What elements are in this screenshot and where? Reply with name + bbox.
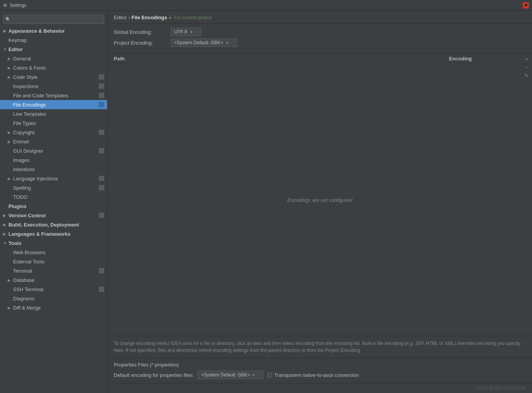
sidebar-item-langinjections[interactable]: ▶ Language Injections (0, 174, 107, 183)
title-controls[interactable]: ✕ (523, 2, 529, 8)
sidebar-item-guidesigner[interactable]: GUI Designer (0, 146, 107, 155)
collapse-arrow-colors: ▶ (8, 66, 13, 70)
collapse-arrow-languages: ▶ (3, 232, 8, 236)
breadcrumb-separator: › (128, 15, 130, 20)
sidebar-item-externaltools[interactable]: External Tools (0, 257, 107, 266)
encodings-table: Path Encoding + − ✎ Encodings are not co… (108, 53, 532, 336)
empty-message: Encodings are not configured (287, 197, 352, 203)
sidebar-label-todo: TODO (13, 194, 104, 200)
sidebar-item-intentions[interactable]: Intentions (0, 165, 107, 174)
sidebar-item-spelling[interactable]: Spelling (0, 183, 107, 192)
default-encoding-value: <System Default: GBK> (201, 372, 250, 378)
sidebar-label-versioncontrol: Version Control (8, 213, 99, 218)
add-encoding-button[interactable]: + (523, 55, 530, 63)
sidebar-item-webbrowsers[interactable]: Web Browsers (0, 248, 107, 257)
properties-section: Properties Files (*.properties) Default … (108, 358, 532, 383)
note-icon: ● (169, 15, 172, 20)
collapse-arrow-emmet: ▶ (8, 140, 13, 144)
sidebar-item-sshterminal[interactable]: SSH Terminal (0, 285, 107, 294)
sidebar-item-plugins[interactable]: Plugins (0, 201, 107, 211)
sidebar-item-versioncontrol[interactable]: ▶ Version Control (0, 211, 107, 220)
badge-codestyle (99, 74, 104, 80)
breadcrumb-current: File Encodings (131, 15, 167, 20)
sidebar-item-keymap[interactable]: Keymap (0, 35, 107, 45)
sidebar-item-editor[interactable]: ▼ Editor (0, 45, 107, 54)
sidebar-label-images: Images (13, 157, 104, 163)
sidebar-label-livetemplates: Live Templates (13, 111, 104, 117)
global-encoding-dropdown[interactable]: UTF-8 ▼ (171, 28, 201, 36)
sidebar-label-webbrowsers: Web Browsers (13, 250, 104, 255)
project-encoding-label: Project Encoding: (114, 40, 168, 46)
search-box[interactable]: 🔍 (3, 15, 104, 24)
sidebar-item-fileencodings[interactable]: File Encodings (0, 100, 107, 109)
properties-row: Default encoding for properties files: <… (114, 371, 526, 379)
sidebar-label-build: Build, Execution, Deployment (8, 222, 104, 228)
title-text: Settings (10, 3, 26, 8)
project-encoding-arrow: ▼ (225, 41, 229, 45)
main-layout: 🔍 ▶ Appearance & Behavior Keymap ▼ Edito… (0, 11, 532, 393)
right-panel: Editor › File Encodings ● For current pr… (108, 11, 532, 393)
sidebar-item-diffmerge[interactable]: ▶ Diff & Merge (0, 303, 107, 312)
sidebar-label-emmet: Emmet (13, 139, 104, 145)
sidebar-label-languages: Languages & Frameworks (8, 231, 104, 237)
sidebar-label-appearance: Appearance & Behavior (8, 28, 104, 34)
properties-title: Properties Files (*.properties) (114, 362, 526, 368)
sidebar-label-spelling: Spelling (13, 185, 99, 191)
close-button[interactable]: ✕ (523, 2, 529, 8)
collapse-arrow-versioncontrol: ▶ (3, 213, 8, 218)
sidebar-item-diagrams[interactable]: Diagrams (0, 294, 107, 303)
sidebar-item-filetemplates[interactable]: File and Code Templates (0, 91, 107, 100)
nav-section: ▶ Appearance & Behavior Keymap ▼ Editor … (0, 26, 107, 312)
sidebar-item-livetemplates[interactable]: Live Templates (0, 109, 107, 118)
sidebar-label-externaltools: External Tools (13, 259, 104, 265)
watermark-text: CSDN @项目花园范德彪 (474, 385, 526, 391)
badge-fileencodings (99, 102, 104, 107)
breadcrumb-note: For current project (174, 15, 212, 20)
transparent-conversion-label: Transparent native-to-ascii conversion (274, 372, 359, 378)
sidebar-item-tools[interactable]: ▼ Tools (0, 238, 107, 248)
sidebar: 🔍 ▶ Appearance & Behavior Keymap ▼ Edito… (0, 11, 108, 393)
sidebar-label-filetypes: File Types (13, 120, 104, 126)
sidebar-item-languages[interactable]: ▶ Languages & Frameworks (0, 229, 107, 238)
sidebar-item-build[interactable]: ▶ Build, Execution, Deployment (0, 220, 107, 229)
sidebar-item-appearance[interactable]: ▶ Appearance & Behavior (0, 26, 107, 35)
sidebar-item-terminal[interactable]: Terminal (0, 266, 107, 275)
default-encoding-dropdown-arrow: ▼ (252, 373, 256, 377)
collapse-arrow-tools: ▼ (3, 241, 8, 245)
transparent-conversion-checkbox[interactable] (267, 373, 272, 378)
sidebar-item-filetypes[interactable]: File Types (0, 118, 107, 128)
global-encoding-value: UTF-8 (174, 29, 187, 35)
sidebar-item-todo[interactable]: TODO (0, 192, 107, 201)
sidebar-label-general: General (13, 56, 104, 62)
breadcrumb: Editor › File Encodings ● For current pr… (114, 15, 526, 20)
sidebar-label-colors: Colors & Fonts (13, 65, 104, 71)
watermark: CSDN @项目花园范德彪 (108, 383, 532, 393)
badge-spelling (99, 185, 104, 190)
sidebar-item-codestyle[interactable]: ▶ Code Style (0, 72, 107, 82)
sidebar-item-colors[interactable]: ▶ Colors & Fonts (0, 63, 107, 72)
sidebar-item-general[interactable]: ▶ General (0, 54, 107, 63)
sidebar-item-images[interactable]: Images (0, 155, 107, 165)
collapse-arrow-diffmerge: ▶ (8, 306, 13, 310)
badge-copyright (99, 130, 104, 135)
project-encoding-dropdown[interactable]: <System Default: GBK> ▼ (171, 38, 237, 47)
sidebar-item-database[interactable]: ▶ Database (0, 275, 107, 285)
collapse-arrow-copyright: ▶ (8, 130, 13, 135)
sidebar-item-emmet[interactable]: ▶ Emmet (0, 137, 107, 146)
sidebar-label-inspections: Inspections (13, 83, 99, 89)
collapse-arrow-codestyle: ▶ (8, 75, 13, 79)
sidebar-label-diffmerge: Diff & Merge (13, 305, 104, 311)
sidebar-label-diagrams: Diagrams (13, 296, 104, 301)
sidebar-item-inspections[interactable]: Inspections (0, 82, 107, 91)
col-encoding-header: Encoding (449, 56, 526, 62)
title-bar-left: ⚙ Settings (3, 3, 26, 8)
default-encoding-dropdown[interactable]: <System Default: GBK> ▼ (198, 371, 263, 379)
search-input[interactable] (3, 15, 104, 24)
remove-encoding-button[interactable]: − (523, 63, 530, 71)
panel-header: Editor › File Encodings ● For current pr… (108, 11, 532, 24)
collapse-arrow-appearance: ▶ (3, 29, 8, 33)
edit-encoding-button[interactable]: ✎ (523, 72, 530, 80)
sidebar-item-copyright[interactable]: ▶ Copyright (0, 128, 107, 137)
badge-terminal (99, 268, 104, 273)
collapse-arrow-langinjections: ▶ (8, 177, 13, 181)
